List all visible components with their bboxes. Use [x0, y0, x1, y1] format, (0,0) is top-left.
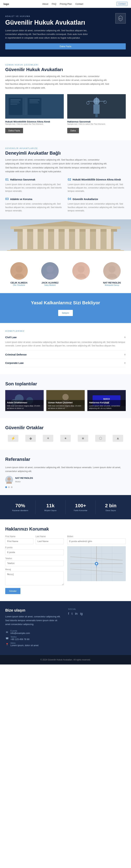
hizmet-civil-law[interactable]: Civil Law ∧ Lorem ipsum dolor sit amet, …: [5, 333, 126, 350]
svg-rect-11: [29, 101, 38, 102]
ref-person: NAT REYNOLDS Müdür: [5, 476, 126, 484]
social-facebook[interactable]: f: [68, 612, 69, 616]
hizmet-corporate-law-title: Corporate Law: [5, 362, 24, 364]
contact-address-value: Lorem ipsum, dolor sit amet: [10, 644, 38, 647]
hizmet-civil-law-title: Civil Law: [5, 336, 17, 339]
contact-section: Bize ulaşın Lorem ipsum dolor sit amet, …: [0, 601, 131, 655]
contact-email-value: info@example.com: [10, 632, 30, 634]
expert-card-2-image: [67, 94, 126, 119]
form-submit-btn[interactable]: Gönder: [5, 588, 21, 594]
toplantilar-section: Son toplantılar Adalet Ortaklanması Veli…: [0, 374, 131, 418]
team-member-4: NAT REYNOLDS Muhasebi Danışı: [98, 262, 126, 286]
footer-copyright: © 2024 Güvenilir Hukuk Avukatları. All r…: [40, 658, 91, 661]
stat-label-2: Müşteri Sayısı: [38, 509, 63, 512]
toplanti-desc-2: Velit esse sed dolore magna aliqa. Ut en…: [48, 405, 83, 410]
hizmet-criminal-defense[interactable]: Criminal Defense ∨: [5, 350, 126, 359]
svg-rect-6: [10, 103, 20, 103]
svg-rect-33: [96, 229, 100, 251]
nav-contact-btn[interactable]: Contact: [117, 2, 128, 6]
exp-title-3: Adalete ve Koruma: [10, 198, 32, 200]
exp-title-2: Hukuki Müvekkililik Güvence Altına Alınd…: [73, 178, 121, 181]
exp-item-3: 03Adalete ve Koruma Lorem ipsum dolor si…: [5, 197, 63, 212]
email-icon: ✉: [5, 630, 9, 634]
form-email-input[interactable]: [5, 549, 64, 555]
expert-card-1-btn[interactable]: Daha Fazla: [5, 128, 23, 133]
stat-3: 100+ Farklı Konumlar: [66, 500, 96, 514]
team-section: CELIK ALMEDA Ofis Yöneticisi JACK ALVARE…: [0, 251, 131, 293]
toplanti-img-3: MARCH FOR OUR LIVES Haklarınızı Korumak …: [87, 390, 126, 411]
svg-text:c: c: [121, 18, 121, 20]
nav-links: About FAQ Pricing Plan Contact: [42, 3, 83, 5]
exp-num-2: 02: [68, 178, 71, 182]
nav-about[interactable]: About: [42, 3, 48, 5]
social-linkedin[interactable]: in: [75, 612, 77, 616]
svg-rect-32: [86, 229, 90, 251]
partner-logo-7: ▲: [111, 434, 125, 443]
stat-number-2: 11k: [38, 503, 63, 508]
partner-logo-4: ●: [59, 434, 72, 443]
team-role-2: Satış Müdürü: [36, 284, 64, 286]
hero-section: d c ADALET VE HUKUMA Güvenilir Hukuk Avu…: [0, 8, 131, 57]
hizmet-criminal-defense-chevron: ∨: [124, 353, 126, 356]
toplanti-overlay-1: Adalet Ortaklanması Velit esse sed dolor…: [5, 400, 44, 411]
toplanti-card-1: Adalet Ortaklanması Velit esse sed dolor…: [5, 390, 44, 411]
hizmetler-section: HİZMETLERİMİZ Civil Law ∧ Lorem ipsum do…: [0, 323, 131, 374]
contact-address-label: Adres: [10, 642, 38, 644]
toplanti-card-2: Uzman Hukuk Çözümleri Velit esse sed dol…: [46, 390, 85, 411]
svg-point-63: [6, 482, 12, 484]
svg-rect-24: [10, 226, 121, 229]
referanslar-section: Referanslar Lorem ipsum dolor sit amet, …: [0, 450, 131, 495]
social-instagram[interactable]: ig: [80, 612, 83, 616]
partner-logo-3: ✦: [41, 434, 55, 443]
stat-label-4: Dava Sayısı: [98, 509, 123, 512]
form-left: First Name Last Name E-posta Telefon Mes…: [5, 535, 64, 594]
ref-dot-3[interactable]: [11, 486, 12, 488]
svg-rect-4: [10, 99, 21, 100]
form-message-textarea[interactable]: [5, 571, 64, 585]
ref-dot-1[interactable]: [5, 486, 7, 488]
newsletter-group: Bülten: [67, 535, 126, 544]
contact-grid: Bize ulaşın Lorem ipsum dolor sit amet, …: [5, 608, 126, 648]
form-section: Haklarınızı Korumak First Name Last Name…: [0, 519, 131, 601]
nav-contact-link[interactable]: Contact: [75, 3, 83, 5]
toplanti-title-3: Haklarınızı Korumak: [89, 401, 124, 404]
legal-btn[interactable]: İletişim: [58, 310, 73, 316]
team-name-1: CELIK ALMEDA: [5, 281, 33, 284]
svg-rect-7: [10, 104, 17, 105]
team-avatar-3: [72, 262, 90, 280]
toplanti-img-2: Uzman Hukuk Çözümleri Velit esse sed dol…: [46, 390, 85, 411]
stat-2: 11k Müşteri Sayısı: [35, 500, 66, 514]
form-last-name-input[interactable]: [36, 538, 64, 544]
expert-title: Güvenilir Hukuk Avukatları: [5, 67, 126, 72]
ref-dot-2[interactable]: [8, 486, 10, 488]
svg-point-51: [62, 394, 69, 400]
contact-social: Social f t in ig: [68, 608, 126, 648]
newsletter-input[interactable]: [67, 538, 126, 544]
nav-logo[interactable]: logo: [3, 2, 9, 5]
form-last-name-group: Last Name: [36, 535, 64, 544]
hizmet-corporate-law[interactable]: Corporate Law ∨: [5, 359, 126, 367]
form-first-name-input[interactable]: [5, 538, 34, 544]
hero-cta-btn[interactable]: Daha Fazla: [5, 43, 126, 50]
nav-faq[interactable]: FAQ: [52, 3, 56, 5]
expert-card-2-btn[interactable]: Daha: [67, 128, 79, 133]
team-role-1: Ofis Yöneticisi: [5, 284, 33, 286]
exp-text-4: Lorem ipsum dolor sit amet, consectetur …: [68, 202, 126, 212]
toplanti-desc-3: Lorem ipsum dolor sit amet, consectetur …: [89, 405, 124, 410]
expert-card-2-title: Haklarınızı Savunmak: [67, 120, 126, 123]
form-name-row: First Name Last Name: [5, 535, 64, 546]
expert-description: Lorem ipsum dolor sit amet, consectetur …: [5, 74, 110, 90]
expert-card-1-title: Hukuki Müvekkililik Güvence Altına Alınd…: [5, 120, 64, 123]
form-phone-input[interactable]: [5, 560, 64, 566]
hero-description: Lorem ipsum dolor sit amet, consectetur …: [5, 29, 89, 40]
hizmet-corporate-law-chevron: ∨: [124, 362, 126, 364]
team-member-1: CELIK ALMEDA Ofis Yöneticisi: [5, 262, 33, 286]
exp-title-4: Güvenilir Avukatlarize: [73, 198, 98, 200]
nav-pricing[interactable]: Pricing Plan: [60, 3, 72, 5]
social-twitter[interactable]: t: [72, 612, 72, 616]
svg-point-42: [76, 274, 86, 278]
form-phone-group: Telefon: [5, 557, 64, 566]
partners-grid: ⚡ ◆ ✦ ● ★ ⬡ ▲: [5, 434, 126, 443]
toplanti-img-1: Adalet Ortaklanması Velit esse sed dolor…: [5, 390, 44, 411]
contact-email-label: E-posta: [10, 630, 30, 632]
